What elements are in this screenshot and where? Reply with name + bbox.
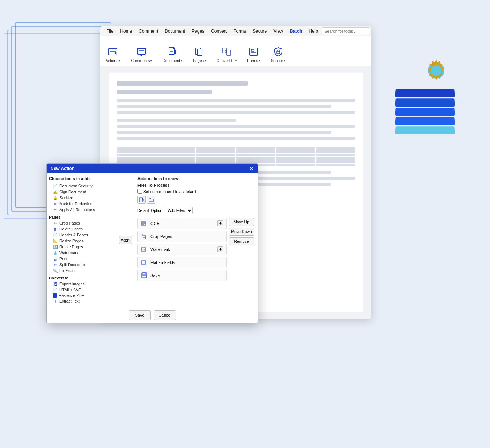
dialog-close-button[interactable]: ✕ (248, 166, 254, 171)
document-icon (166, 46, 178, 58)
pdf-cell (316, 154, 355, 156)
comments-icon (136, 46, 147, 58)
pdf-cell (276, 160, 315, 163)
menu-comment[interactable]: Comment (136, 27, 161, 35)
tool-rotate-pages[interactable]: 🔄 Rotate Pages (49, 244, 115, 250)
tool-rasterize-pdf[interactable]: Rasterize PDF (49, 293, 115, 298)
toolbar-pages-button[interactable]: Pages ▾ (191, 44, 208, 64)
folder-icon-button[interactable] (147, 196, 155, 204)
toolbar-document-button[interactable]: Document ▾ (160, 44, 185, 64)
pdf-line-6 (117, 131, 331, 134)
menu-view[interactable]: View (270, 27, 286, 35)
menu-convert[interactable]: Convert (208, 27, 230, 35)
menu-batch[interactable]: Batch (287, 27, 305, 35)
pdf-line-3 (117, 111, 355, 114)
toolbar-ribbon: Actions ▾ Comments ▾ Document ▾ (100, 36, 371, 66)
tool-header-footer[interactable]: 📄 Header & Footer (49, 232, 115, 238)
svg-point-1 (431, 65, 441, 76)
action-step-save[interactable]: Save (137, 270, 227, 281)
menu-forms[interactable]: Forms (230, 27, 249, 35)
convert-icon (221, 46, 233, 58)
tool-watermark[interactable]: 💧 Watermark (49, 250, 115, 256)
tool-document-security[interactable]: 📄 Document Security (49, 183, 115, 189)
pdf-cell (276, 150, 315, 153)
actions-chevron: ▾ (119, 59, 120, 62)
watermark-settings-button[interactable]: ⚙ (217, 246, 223, 252)
action-step-crop[interactable]: Crop Pages (137, 231, 227, 242)
extract-text-icon: T (53, 298, 58, 304)
tool-fix-scan[interactable]: 🔍 Fix Scan (49, 268, 115, 274)
tool-mark-redaction[interactable]: ✏ Mark for Redaction (49, 201, 115, 207)
svg-rect-36 (143, 273, 145, 275)
menu-secure[interactable]: Secure (250, 27, 270, 35)
pdf-cell (117, 157, 195, 160)
files-section-title: Files To Process (137, 183, 254, 187)
dialog-cancel-button[interactable]: Cancel (154, 310, 176, 320)
pdf-cell (236, 160, 275, 163)
svg-rect-18 (251, 49, 254, 51)
pdf-title-line (117, 81, 248, 86)
menu-bar: File Home Comment Document Pages Convert… (100, 26, 371, 36)
menu-pages[interactable]: Pages (189, 27, 207, 35)
ocr-settings-button[interactable]: ⚙ (217, 220, 223, 226)
add-tool-button[interactable]: Add> (119, 236, 132, 244)
action-step-watermark[interactable]: W Watermark ⚙ (137, 244, 227, 255)
toolbar-comments-button[interactable]: Comments ▾ (129, 44, 154, 64)
pdf-cell (117, 147, 195, 150)
tool-resize-pages[interactable]: 📐 Resize Pages (49, 238, 115, 244)
menu-search-input[interactable] (322, 27, 370, 35)
file-checkbox-container: Set current open file as default (137, 189, 254, 194)
pdf-cell (117, 160, 195, 163)
menu-document[interactable]: Document (162, 27, 188, 35)
set-current-file-checkbox[interactable] (137, 189, 142, 194)
svg-rect-22 (139, 198, 143, 202)
svg-rect-16 (227, 50, 231, 55)
toolbar-forms-button[interactable]: Forms ▾ (245, 44, 263, 64)
remove-button[interactable]: Remove (229, 237, 254, 245)
add-file-icon-button[interactable] (137, 196, 146, 204)
tool-extract-text[interactable]: T Extract Text (49, 298, 115, 304)
toolbar-secure-button[interactable]: Secure ▾ (269, 44, 288, 64)
new-action-dialog: New Action ✕ Choose tools to add: 📄 Docu… (46, 163, 258, 323)
menu-help[interactable]: Help (306, 27, 321, 35)
menu-file[interactable]: File (103, 27, 116, 35)
dialog-save-button[interactable]: Save (129, 310, 151, 320)
tool-html-svg[interactable]: 📄 HTML / SVG (49, 287, 115, 293)
menu-home[interactable]: Home (117, 27, 135, 35)
tool-delete-pages[interactable]: 🗑 Delete Pages (49, 226, 115, 232)
crop-pages-icon: ✂ (53, 220, 58, 226)
pdf-subtitle-line (117, 90, 212, 94)
tool-apply-redactions[interactable]: ✏ Apply All Redactions (49, 207, 115, 213)
tool-export-images[interactable]: 🖼 Export Images (49, 281, 115, 287)
pdf-cell (316, 150, 355, 153)
move-down-button[interactable]: Move Down (229, 228, 254, 236)
pdf-cell (316, 147, 355, 150)
tool-sanitize[interactable]: 🔒 Sanitize (49, 195, 115, 201)
forms-chevron: ▾ (259, 59, 260, 62)
toolbar-actions-button[interactable]: Actions ▾ (103, 44, 123, 64)
tool-print[interactable]: 🖨 Print (49, 256, 115, 262)
move-up-button[interactable]: Move Up (229, 218, 254, 226)
sanitize-icon: 🔒 (53, 195, 58, 200)
html-svg-icon: 📄 (53, 287, 58, 292)
tool-split-document[interactable]: ✂ Split Document (49, 262, 115, 268)
default-option-select[interactable]: Add Files (165, 207, 193, 214)
rasterize-pdf-icon (53, 293, 57, 298)
action-step-ocr-left: OCR (141, 220, 159, 227)
watermark-step-icon: W (141, 246, 147, 253)
pdf-cell (316, 157, 355, 160)
toolbar-convert-button[interactable]: Convert to ▾ (214, 44, 239, 64)
dialog-body: Choose tools to add: 📄 Document Security… (47, 173, 258, 307)
tool-crop-pages[interactable]: ✂ Crop Pages (49, 220, 115, 226)
action-step-ocr[interactable]: OCR ⚙ (137, 218, 227, 229)
rotate-pages-icon: 🔄 (53, 244, 58, 249)
document-security-icon: 📄 (53, 183, 58, 189)
pdf-line-2 (117, 105, 331, 108)
svg-rect-7 (137, 48, 146, 54)
watermark-step-label: Watermark (150, 247, 170, 252)
save-step-label: Save (150, 273, 160, 278)
action-step-flatten[interactable]: Flatten Fields (137, 257, 227, 268)
tool-sign-document[interactable]: ✍ Sign Document (49, 189, 115, 195)
pdf-cell (276, 154, 315, 156)
pdf-cell (196, 160, 235, 163)
